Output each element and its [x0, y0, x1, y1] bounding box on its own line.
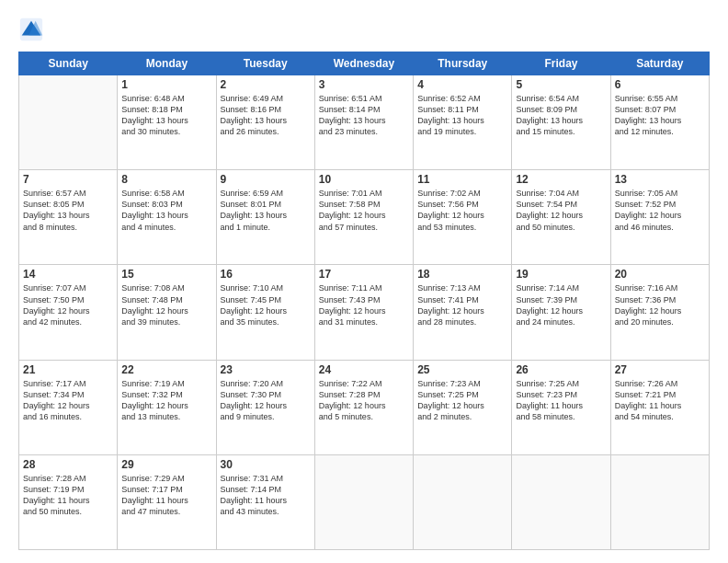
day-number: 1: [121, 78, 211, 91]
table-row: 24Sunrise: 7:22 AMSunset: 7:28 PMDayligh…: [314, 360, 413, 454]
day-number: 19: [516, 268, 606, 281]
col-thursday: Thursday: [414, 52, 512, 75]
col-friday: Friday: [512, 52, 610, 75]
calendar-week-row: 14Sunrise: 7:07 AMSunset: 7:50 PMDayligh…: [19, 265, 710, 360]
day-info: Sunrise: 7:31 AMSunset: 7:14 PMDaylight:…: [221, 473, 311, 518]
day-info: Sunrise: 7:22 AMSunset: 7:28 PMDaylight:…: [319, 378, 409, 423]
day-info: Sunrise: 6:54 AMSunset: 8:09 PMDaylight:…: [516, 93, 606, 138]
day-info: Sunrise: 7:04 AMSunset: 7:54 PMDaylight:…: [516, 188, 606, 233]
table-row: 30Sunrise: 7:31 AMSunset: 7:14 PMDayligh…: [216, 454, 314, 549]
table-row: [512, 454, 610, 549]
table-row: 9Sunrise: 6:59 AMSunset: 8:01 PMDaylight…: [216, 170, 314, 265]
day-info: Sunrise: 6:55 AMSunset: 8:07 PMDaylight:…: [615, 93, 705, 138]
day-info: Sunrise: 7:28 AMSunset: 7:19 PMDaylight:…: [23, 473, 113, 518]
day-info: Sunrise: 7:02 AMSunset: 7:56 PMDaylight:…: [417, 188, 507, 233]
day-number: 12: [516, 173, 606, 186]
table-row: 6Sunrise: 6:55 AMSunset: 8:07 PMDaylight…: [610, 75, 709, 170]
col-wednesday: Wednesday: [314, 52, 413, 75]
day-info: Sunrise: 6:58 AMSunset: 8:03 PMDaylight:…: [121, 188, 211, 233]
table-row: [314, 454, 413, 549]
day-info: Sunrise: 7:05 AMSunset: 7:52 PMDaylight:…: [615, 188, 705, 233]
day-number: 14: [23, 268, 113, 281]
table-row: 1Sunrise: 6:48 AMSunset: 8:18 PMDaylight…: [118, 75, 216, 170]
day-number: 26: [516, 363, 606, 376]
table-row: 2Sunrise: 6:49 AMSunset: 8:16 PMDaylight…: [216, 75, 314, 170]
logo-icon: [18, 17, 44, 42]
table-row: [19, 75, 118, 170]
day-number: 4: [417, 78, 507, 91]
day-number: 22: [121, 363, 211, 376]
day-info: Sunrise: 7:07 AMSunset: 7:50 PMDaylight:…: [23, 282, 113, 327]
day-info: Sunrise: 7:01 AMSunset: 7:58 PMDaylight:…: [319, 188, 409, 233]
table-row: 23Sunrise: 7:20 AMSunset: 7:30 PMDayligh…: [216, 360, 314, 454]
day-info: Sunrise: 7:23 AMSunset: 7:25 PMDaylight:…: [417, 378, 507, 423]
day-info: Sunrise: 6:49 AMSunset: 8:16 PMDaylight:…: [221, 93, 311, 138]
col-monday: Monday: [118, 52, 216, 75]
day-info: Sunrise: 7:20 AMSunset: 7:30 PMDaylight:…: [221, 378, 311, 423]
table-row: 5Sunrise: 6:54 AMSunset: 8:09 PMDaylight…: [512, 75, 610, 170]
col-tuesday: Tuesday: [216, 52, 314, 75]
day-number: 18: [417, 268, 507, 281]
table-row: 10Sunrise: 7:01 AMSunset: 7:58 PMDayligh…: [314, 170, 413, 265]
day-number: 3: [319, 78, 409, 91]
table-row: 4Sunrise: 6:52 AMSunset: 8:11 PMDaylight…: [414, 75, 512, 170]
calendar-header-row: Sunday Monday Tuesday Wednesday Thursday…: [19, 52, 710, 75]
day-info: Sunrise: 7:17 AMSunset: 7:34 PMDaylight:…: [23, 378, 113, 423]
table-row: 16Sunrise: 7:10 AMSunset: 7:45 PMDayligh…: [216, 265, 314, 360]
table-row: 20Sunrise: 7:16 AMSunset: 7:36 PMDayligh…: [610, 265, 709, 360]
table-row: 26Sunrise: 7:25 AMSunset: 7:23 PMDayligh…: [512, 360, 610, 454]
calendar-week-row: 28Sunrise: 7:28 AMSunset: 7:19 PMDayligh…: [19, 454, 710, 549]
day-number: 25: [417, 363, 507, 376]
table-row: 14Sunrise: 7:07 AMSunset: 7:50 PMDayligh…: [19, 265, 118, 360]
table-row: 19Sunrise: 7:14 AMSunset: 7:39 PMDayligh…: [512, 265, 610, 360]
day-number: 9: [221, 173, 311, 186]
table-row: 12Sunrise: 7:04 AMSunset: 7:54 PMDayligh…: [512, 170, 610, 265]
table-row: 21Sunrise: 7:17 AMSunset: 7:34 PMDayligh…: [19, 360, 118, 454]
day-info: Sunrise: 7:10 AMSunset: 7:45 PMDaylight:…: [221, 282, 311, 327]
day-number: 20: [615, 268, 705, 281]
day-info: Sunrise: 7:26 AMSunset: 7:21 PMDaylight:…: [615, 378, 705, 423]
logo: [18, 17, 46, 42]
day-number: 24: [319, 363, 409, 376]
day-info: Sunrise: 7:25 AMSunset: 7:23 PMDaylight:…: [516, 378, 606, 423]
day-number: 27: [615, 363, 705, 376]
day-number: 2: [221, 78, 311, 91]
table-row: [414, 454, 512, 549]
table-row: 3Sunrise: 6:51 AMSunset: 8:14 PMDaylight…: [314, 75, 413, 170]
day-number: 13: [615, 173, 705, 186]
table-row: 25Sunrise: 7:23 AMSunset: 7:25 PMDayligh…: [414, 360, 512, 454]
table-row: 29Sunrise: 7:29 AMSunset: 7:17 PMDayligh…: [118, 454, 216, 549]
day-number: 8: [121, 173, 211, 186]
day-info: Sunrise: 6:57 AMSunset: 8:05 PMDaylight:…: [23, 188, 113, 233]
table-row: 17Sunrise: 7:11 AMSunset: 7:43 PMDayligh…: [314, 265, 413, 360]
day-info: Sunrise: 7:29 AMSunset: 7:17 PMDaylight:…: [121, 473, 211, 518]
page-header: [18, 17, 710, 42]
day-info: Sunrise: 7:08 AMSunset: 7:48 PMDaylight:…: [121, 282, 211, 327]
day-number: 7: [23, 173, 113, 186]
table-row: 13Sunrise: 7:05 AMSunset: 7:52 PMDayligh…: [610, 170, 709, 265]
day-info: Sunrise: 7:19 AMSunset: 7:32 PMDaylight:…: [121, 378, 211, 423]
calendar-table: Sunday Monday Tuesday Wednesday Thursday…: [18, 52, 710, 550]
table-row: 22Sunrise: 7:19 AMSunset: 7:32 PMDayligh…: [118, 360, 216, 454]
col-saturday: Saturday: [610, 52, 709, 75]
day-number: 29: [121, 458, 211, 471]
table-row: 27Sunrise: 7:26 AMSunset: 7:21 PMDayligh…: [610, 360, 709, 454]
table-row: 8Sunrise: 6:58 AMSunset: 8:03 PMDaylight…: [118, 170, 216, 265]
table-row: 18Sunrise: 7:13 AMSunset: 7:41 PMDayligh…: [414, 265, 512, 360]
table-row: 7Sunrise: 6:57 AMSunset: 8:05 PMDaylight…: [19, 170, 118, 265]
col-sunday: Sunday: [19, 52, 118, 75]
day-number: 23: [221, 363, 311, 376]
day-number: 6: [615, 78, 705, 91]
calendar-week-row: 21Sunrise: 7:17 AMSunset: 7:34 PMDayligh…: [19, 360, 710, 454]
table-row: 15Sunrise: 7:08 AMSunset: 7:48 PMDayligh…: [118, 265, 216, 360]
day-info: Sunrise: 7:11 AMSunset: 7:43 PMDaylight:…: [319, 282, 409, 327]
day-number: 5: [516, 78, 606, 91]
table-row: 28Sunrise: 7:28 AMSunset: 7:19 PMDayligh…: [19, 454, 118, 549]
calendar-week-row: 1Sunrise: 6:48 AMSunset: 8:18 PMDaylight…: [19, 75, 710, 170]
day-number: 30: [221, 458, 311, 471]
day-number: 17: [319, 268, 409, 281]
day-number: 15: [121, 268, 211, 281]
day-info: Sunrise: 7:14 AMSunset: 7:39 PMDaylight:…: [516, 282, 606, 327]
day-info: Sunrise: 7:13 AMSunset: 7:41 PMDaylight:…: [417, 282, 507, 327]
day-number: 28: [23, 458, 113, 471]
